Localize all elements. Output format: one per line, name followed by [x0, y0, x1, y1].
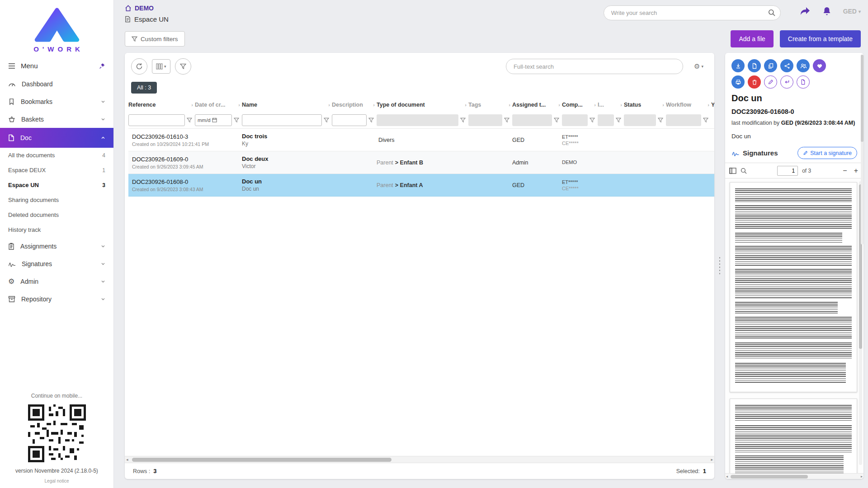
sidebar-pin-icon[interactable]	[99, 63, 105, 69]
bell-icon[interactable]	[822, 6, 831, 16]
users-button[interactable]	[797, 59, 810, 72]
favorite-button[interactable]	[813, 59, 826, 72]
filter-date-input[interactable]: mm/d	[195, 114, 232, 126]
column-header-name[interactable]: Name›	[242, 102, 332, 108]
filter-name-input[interactable]	[242, 114, 322, 126]
scrollbar-thumb[interactable]	[861, 55, 863, 142]
delete-button[interactable]	[748, 75, 761, 89]
filter-assigned-select[interactable]	[512, 114, 552, 126]
sidebar-item-dashboard[interactable]: Dashboard	[0, 75, 113, 93]
column-header-assigned[interactable]: Assigned t...›	[512, 102, 562, 108]
filter-description-input[interactable]	[332, 114, 367, 126]
sidebar-item-doc[interactable]: Doc	[0, 128, 113, 148]
zoom-in-button[interactable]: +	[853, 167, 859, 175]
panel-vertical-scrollbar[interactable]	[861, 55, 863, 244]
sidebar-item-assignments[interactable]: Assignments	[0, 237, 113, 255]
sidebar-item-signatures[interactable]: Signatures	[0, 255, 113, 272]
viewer-horizontal-scrollbar[interactable]: ◂ ▸	[725, 473, 863, 479]
export-file-button[interactable]	[748, 59, 761, 72]
sidebar-item-espace-deux[interactable]: Espace DEUX 1	[0, 163, 113, 178]
viewer-search-icon[interactable]	[741, 168, 747, 174]
column-header-i[interactable]: I...›	[598, 102, 624, 108]
scroll-right-arrow[interactable]: ▸	[711, 457, 713, 462]
column-header-date[interactable]: Date of cr...›	[195, 102, 242, 108]
sidebar-item-sharing-documents[interactable]: Sharing documents	[0, 192, 113, 207]
user-menu[interactable]: GED ▾	[843, 8, 861, 15]
table-row-selected[interactable]: PDF DOC230926-01608-0 Created on 9/26/20…	[128, 174, 714, 197]
refresh-button[interactable]	[131, 58, 147, 75]
document-button[interactable]	[797, 75, 810, 89]
sidebar-item-espace-un[interactable]: Espace UN 3	[0, 178, 113, 192]
legal-notice-link[interactable]: Legal notice	[0, 479, 113, 483]
column-header-company[interactable]: Comp...›	[562, 102, 598, 108]
filters-button[interactable]	[175, 58, 191, 75]
filter-icon[interactable]	[616, 117, 621, 123]
page-number-input[interactable]	[777, 166, 798, 176]
filter-type-select[interactable]	[377, 114, 458, 126]
column-header-workflow[interactable]: Workflow›	[666, 102, 711, 108]
sidebar-item-admin[interactable]: ⚙ Admin	[0, 272, 113, 290]
filter-workflow-select[interactable]	[666, 114, 701, 126]
grid-settings-menu[interactable]: ⚙ ▾	[694, 62, 703, 70]
filter-icon[interactable]	[703, 117, 708, 123]
sidebar-item-deleted-documents[interactable]: Deleted documents	[0, 207, 113, 222]
sidebar-item-all-documents[interactable]: All the documents 4	[0, 148, 113, 163]
filter-company-select[interactable]	[562, 114, 588, 126]
sidebar-item-history-track[interactable]: History track	[0, 222, 113, 237]
add-file-button[interactable]: Add a file	[731, 30, 773, 47]
columns-button[interactable]: ▾	[152, 59, 170, 74]
edit-button[interactable]	[764, 75, 777, 89]
copy-button[interactable]	[764, 59, 777, 72]
filter-icon[interactable]	[590, 117, 595, 123]
filter-reference-input[interactable]	[128, 114, 185, 126]
resize-handle[interactable]	[719, 256, 721, 276]
start-signature-button[interactable]: Start a signature	[797, 147, 857, 159]
scroll-left-arrow[interactable]: ◂	[726, 474, 728, 479]
filter-icon[interactable]	[504, 117, 509, 123]
filter-status-select[interactable]	[624, 114, 656, 126]
scrollbar-thumb[interactable]	[132, 458, 392, 462]
filter-icon[interactable]	[658, 117, 663, 123]
global-search-input[interactable]	[604, 5, 781, 20]
detail-actions-row-1	[731, 59, 857, 72]
download-button[interactable]	[731, 59, 745, 72]
column-header-type[interactable]: Type of document›	[377, 102, 468, 108]
scrollbar-thumb[interactable]	[731, 475, 808, 479]
return-button[interactable]	[780, 75, 793, 89]
column-header-tags[interactable]: Tags›	[468, 102, 512, 108]
sidebar-item-baskets[interactable]: Baskets	[0, 110, 113, 128]
horizontal-scrollbar[interactable]: ◂ ▸	[125, 456, 714, 463]
table-row[interactable]: PDF DOC230926-01610-3 Created on 10/29/2…	[128, 129, 714, 151]
filter-tags-select[interactable]	[468, 114, 502, 126]
share-button[interactable]	[780, 59, 793, 72]
zoom-out-button[interactable]: −	[841, 167, 848, 175]
fulltext-search-input[interactable]	[506, 59, 683, 74]
menu-toggle[interactable]: Menu	[0, 56, 113, 75]
column-header-reference[interactable]: Reference›	[128, 102, 195, 108]
bookmark-icon	[8, 98, 15, 105]
filter-icon[interactable]	[187, 117, 192, 123]
breadcrumb-app-label: DEMO	[135, 5, 154, 12]
column-header-y[interactable]: Y...	[711, 102, 714, 108]
breadcrumb-app[interactable]: DEMO	[125, 5, 604, 12]
custom-filters-button[interactable]: Custom filters	[125, 31, 185, 47]
sidebar-item-repository[interactable]: Repository	[0, 290, 113, 308]
column-header-description[interactable]: Description›	[332, 102, 377, 108]
filter-icon[interactable]	[368, 117, 374, 123]
print-button[interactable]	[731, 75, 745, 89]
filter-icon[interactable]	[554, 117, 559, 123]
table-row[interactable]: DOC230926-01609-0 Created on 9/26/2023 3…	[128, 151, 714, 174]
filter-icon[interactable]	[460, 117, 466, 123]
column-header-status[interactable]: Status›	[624, 102, 666, 108]
search-icon[interactable]	[768, 9, 775, 16]
scroll-right-arrow[interactable]: ▸	[861, 474, 863, 479]
sidebar-toggle-icon[interactable]	[729, 168, 736, 174]
tab-all[interactable]: All : 3	[131, 82, 157, 94]
share-icon[interactable]	[800, 6, 811, 16]
scroll-left-arrow[interactable]: ◂	[126, 457, 128, 462]
sidebar-item-bookmarks[interactable]: Bookmarks	[0, 93, 113, 110]
filter-i-select[interactable]	[598, 114, 614, 126]
create-from-template-button[interactable]: Create from a template	[780, 30, 861, 47]
filter-icon[interactable]	[324, 117, 329, 123]
filter-icon[interactable]	[234, 117, 239, 123]
